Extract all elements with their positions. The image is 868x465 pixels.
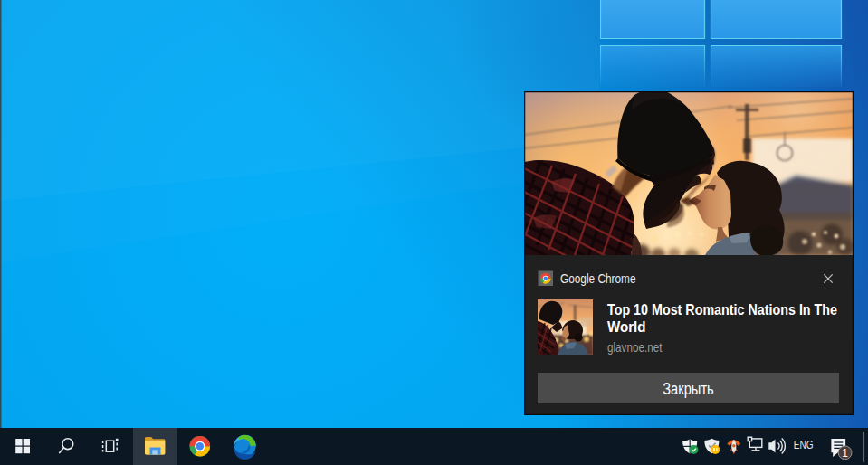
svg-text:Top 10 Most Romantic Nations I: Top 10 Most Romantic Nations In The [607,300,837,318]
svg-text:glavnoe.net: glavnoe.net [607,340,663,355]
svg-text:1: 1 [842,447,848,460]
svg-text:ENG: ENG [794,439,814,451]
svg-text:World: World [607,318,646,336]
svg-text:Google Chrome: Google Chrome [560,272,636,286]
svg-text:Закрыть: Закрыть [663,380,714,398]
